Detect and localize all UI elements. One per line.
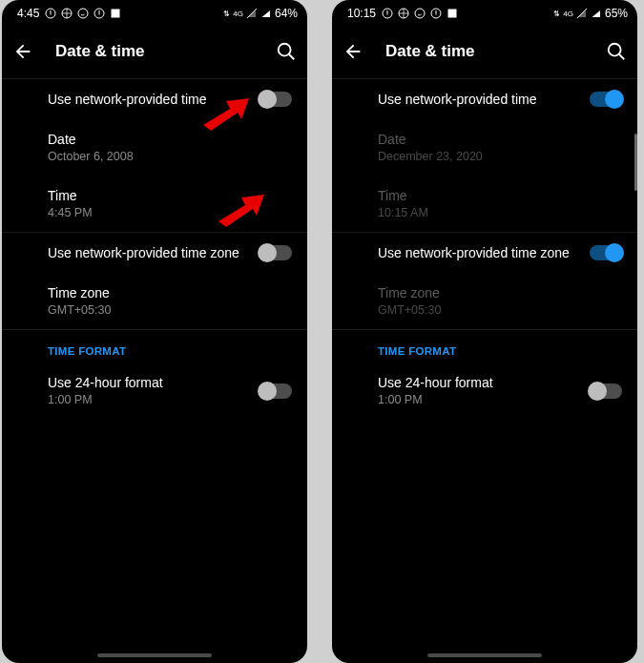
svg-rect-4 <box>112 10 120 18</box>
svg-rect-10 <box>448 10 457 18</box>
svg-point-8 <box>415 9 425 18</box>
network-indicator: ⇅ <box>223 10 230 18</box>
section-time-format: TIME FORMAT <box>2 329 307 363</box>
switch-network-timezone[interactable] <box>590 245 622 260</box>
settings-list: Use network-provided time Date December … <box>332 78 637 419</box>
row-title: Date <box>378 132 620 147</box>
switch-network-time[interactable] <box>590 92 622 107</box>
battery-pct: 64% <box>275 7 298 20</box>
row-title: Time <box>48 188 290 203</box>
basketball-icon <box>398 8 409 19</box>
row-time: Time 10:15 AM <box>332 176 637 232</box>
pinterest-icon <box>45 8 56 19</box>
home-indicator[interactable] <box>97 653 212 657</box>
switch-24hour[interactable] <box>260 383 292 399</box>
app-bar: Date & time <box>2 25 307 78</box>
row-value: GMT+05:30 <box>378 303 620 317</box>
row-network-timezone[interactable]: Use network-provided time zone <box>2 232 307 273</box>
row-network-time[interactable]: Use network-provided time <box>332 78 637 119</box>
row-title: Time zone <box>48 285 290 300</box>
back-arrow-icon <box>12 41 33 62</box>
status-right: ⇅ 4G 65% <box>553 7 628 20</box>
row-title: Use 24-hour format <box>48 375 290 390</box>
pinterest-icon <box>382 8 393 19</box>
row-title: Use network-provided time zone <box>378 245 620 260</box>
status-bar: 4:45 ⇅ 4G 64% <box>2 0 307 25</box>
phone-left: 4:45 ⇅ 4G 64% Date & time Use n <box>2 0 307 663</box>
row-title: Time zone <box>378 285 620 300</box>
whatsapp-icon <box>77 8 89 19</box>
status-notif-icons <box>382 8 458 19</box>
row-24hour[interactable]: Use 24-hour format 1:00 PM <box>332 363 637 419</box>
row-value: December 23, 2020 <box>378 150 620 163</box>
image-icon <box>110 8 121 19</box>
status-right: ⇅ 4G 64% <box>223 7 298 20</box>
network-type: 4G <box>563 10 573 18</box>
scrollbar[interactable] <box>634 134 637 191</box>
section-time-format: TIME FORMAT <box>332 329 637 363</box>
row-date: Date December 23, 2020 <box>332 119 637 176</box>
phone-right: 10:15 ⇅ 4G 65% Date & time Use <box>332 0 637 663</box>
signal-icon <box>591 8 602 19</box>
no-sim-icon <box>246 8 258 19</box>
back-arrow-icon <box>343 41 364 62</box>
image-icon <box>447 8 458 19</box>
back-button[interactable] <box>11 40 34 63</box>
row-timezone[interactable]: Time zone GMT+05:30 <box>2 273 307 329</box>
status-time: 10:15 <box>347 7 376 20</box>
row-value: 1:00 PM <box>378 393 620 406</box>
row-title: Use network-provided time <box>48 92 290 107</box>
switch-network-time[interactable] <box>260 92 292 107</box>
switch-24hour[interactable] <box>590 383 622 399</box>
network-type: 4G <box>233 10 243 18</box>
row-value: 1:00 PM <box>48 393 290 406</box>
row-network-time[interactable]: Use network-provided time <box>2 78 307 119</box>
pinterest-icon <box>93 8 105 19</box>
row-time[interactable]: Time 4:45 PM <box>2 176 307 232</box>
no-sim-icon <box>576 8 588 19</box>
status-notif-icons <box>45 8 121 19</box>
page-title: Date & time <box>385 42 584 61</box>
pinterest-icon <box>430 8 442 19</box>
search-icon <box>606 41 627 62</box>
svg-point-2 <box>78 9 88 18</box>
settings-list: Use network-provided time Date October 6… <box>2 78 307 419</box>
network-indicator: ⇅ <box>553 10 560 18</box>
row-title: Use network-provided time <box>378 92 620 107</box>
row-network-timezone[interactable]: Use network-provided time zone <box>332 232 637 273</box>
row-24hour[interactable]: Use 24-hour format 1:00 PM <box>2 363 307 419</box>
switch-network-timezone[interactable] <box>260 245 292 260</box>
back-button[interactable] <box>342 40 364 63</box>
status-time: 4:45 <box>17 7 39 20</box>
row-value: October 6, 2008 <box>48 150 290 163</box>
basketball-icon <box>61 8 73 19</box>
app-bar: Date & time <box>332 25 637 78</box>
svg-point-11 <box>609 44 621 56</box>
whatsapp-icon <box>414 8 426 19</box>
svg-point-5 <box>279 44 291 56</box>
row-value: 4:45 PM <box>48 206 290 219</box>
row-date[interactable]: Date October 6, 2008 <box>2 119 307 176</box>
search-button[interactable] <box>605 40 628 63</box>
page-title: Date & time <box>55 42 254 61</box>
battery-pct: 65% <box>605 7 628 20</box>
signal-icon <box>260 8 272 19</box>
row-value: GMT+05:30 <box>48 303 290 317</box>
row-value: 10:15 AM <box>378 206 620 219</box>
row-title: Use network-provided time zone <box>48 245 290 260</box>
search-icon <box>276 41 297 62</box>
home-indicator[interactable] <box>427 653 542 657</box>
search-button[interactable] <box>275 40 298 63</box>
row-timezone: Time zone GMT+05:30 <box>332 273 637 329</box>
row-title: Use 24-hour format <box>378 375 620 390</box>
row-title: Date <box>48 132 290 147</box>
row-title: Time <box>378 188 620 203</box>
status-bar: 10:15 ⇅ 4G 65% <box>332 0 637 25</box>
